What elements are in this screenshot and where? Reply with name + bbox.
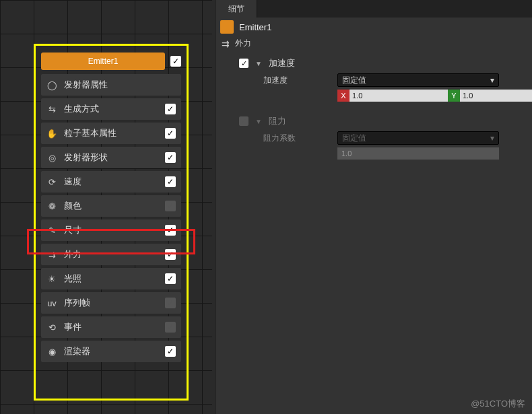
module-row[interactable]: ✎尺寸✓	[41, 219, 181, 241]
details-panel: 细节 Emitter1 ⇉ 外力 ✓ ▼ 加速度 加速度 固定值 ▾ X	[215, 0, 532, 414]
module-enable-checkbox[interactable]: ✓	[165, 104, 176, 114]
drag-enable-checkbox[interactable]: ✓	[239, 116, 248, 126]
emitter-header[interactable]: Emitter1 ✓	[41, 51, 181, 71]
module-label: 光照	[64, 273, 160, 285]
module-label: 渲染器	[64, 345, 160, 357]
chevron-down-icon: ▾	[490, 133, 494, 143]
module-label: 粒子基本属性	[64, 127, 160, 139]
acceleration-enable-checkbox[interactable]: ✓	[239, 59, 248, 68]
dropdown-value: 固定值	[342, 133, 366, 144]
breadcrumb: ⇉ 外力	[216, 36, 532, 50]
module-row[interactable]: ◯发射器属性	[41, 74, 181, 96]
module-row[interactable]: uv序列帧✓	[41, 292, 181, 314]
drag-section: ✓ ▼ 阻力 阻力系数 固定值 ▾	[216, 108, 532, 166]
acceleration-mode-dropdown[interactable]: 固定值 ▾	[337, 73, 499, 87]
module-icon: ⇉	[46, 249, 57, 260]
module-row[interactable]: ☀光照✓	[41, 268, 181, 289]
module-row[interactable]: ⇉外力✓	[41, 244, 181, 265]
module-enable-checkbox[interactable]: ✓	[165, 273, 176, 284]
module-icon: ◉	[46, 346, 57, 357]
drag-title: 阻力	[269, 115, 286, 127]
module-row[interactable]: ⇆生成方式✓	[41, 98, 181, 120]
forces-icon: ⇉	[222, 38, 230, 49]
acceleration-field-label: 加速度	[263, 75, 337, 86]
module-icon: ✋	[46, 128, 57, 139]
module-label: 发射器形状	[64, 151, 160, 164]
drag-mode-dropdown[interactable]: 固定值 ▾	[337, 131, 499, 145]
module-enable-checkbox[interactable]: ✓	[165, 128, 176, 139]
chevron-down-icon: ▾	[490, 75, 494, 85]
module-row[interactable]: ◉渲染器✓	[41, 341, 181, 362]
dropdown-value: 固定值	[342, 75, 366, 86]
module-enable-checkbox[interactable]: ✓	[165, 152, 176, 163]
module-label: 发射器属性	[64, 79, 176, 91]
module-enable-checkbox[interactable]: ✓	[165, 201, 176, 211]
breadcrumb-label: 外力	[235, 38, 251, 49]
module-enable-checkbox[interactable]: ✓	[165, 346, 176, 357]
acceleration-vector: X Y Z	[337, 90, 499, 102]
module-label: 事件	[64, 321, 160, 333]
emitter-enable-checkbox[interactable]: ✓	[170, 56, 181, 67]
acceleration-section: ✓ ▼ 加速度 加速度 固定值 ▾ X Y	[216, 50, 532, 108]
tab-details[interactable]: 细节	[216, 0, 257, 18]
object-name: Emitter1	[239, 22, 271, 32]
module-enable-checkbox[interactable]: ✓	[165, 225, 176, 236]
module-icon: ☀	[46, 273, 57, 284]
module-label: 生成方式	[64, 103, 160, 115]
module-label: 速度	[64, 176, 160, 188]
module-enable-checkbox[interactable]: ✓	[165, 176, 176, 187]
acceleration-y-input[interactable]	[460, 90, 532, 102]
emitter-title[interactable]: Emitter1	[41, 53, 165, 70]
module-icon: uv	[46, 298, 57, 308]
module-enable-checkbox[interactable]: ✓	[165, 322, 176, 333]
object-swatch-icon	[220, 20, 234, 34]
module-row[interactable]: ✋粒子基本属性✓	[41, 123, 181, 144]
module-icon: ✎	[46, 225, 57, 236]
module-icon: ◯	[46, 79, 57, 90]
module-label: 外力	[64, 248, 160, 261]
watermark: @51CTO博客	[471, 398, 525, 410]
module-label: 尺寸	[64, 224, 160, 236]
acceleration-title: 加速度	[269, 57, 295, 69]
drag-field-label: 阻力系数	[263, 133, 337, 144]
module-icon: ◎	[46, 152, 57, 163]
object-header[interactable]: Emitter1	[216, 18, 532, 36]
chevron-down-icon[interactable]: ▼	[255, 60, 262, 67]
module-icon: ⟳	[46, 176, 57, 187]
module-icon: ❁	[46, 201, 57, 211]
module-icon: ⟲	[46, 322, 57, 333]
tab-bar: 细节	[216, 0, 532, 18]
module-row[interactable]: ◎发射器形状✓	[41, 147, 181, 168]
module-row[interactable]: ❁颜色✓	[41, 195, 181, 217]
module-label: 序列帧	[64, 297, 160, 309]
chevron-down-icon[interactable]: ▼	[255, 118, 262, 125]
x-label-icon: X	[337, 90, 350, 102]
module-icon: ⇆	[46, 104, 57, 114]
module-enable-checkbox[interactable]: ✓	[165, 249, 176, 260]
module-row[interactable]: ⟳速度✓	[41, 171, 181, 193]
module-label: 颜色	[64, 200, 160, 212]
acceleration-x-input[interactable]	[350, 90, 448, 102]
module-row[interactable]: ⟲事件✓	[41, 316, 181, 338]
emitter-module-panel: Emitter1 ✓ ◯发射器属性⇆生成方式✓✋粒子基本属性✓◎发射器形状✓⟳速…	[34, 44, 189, 401]
drag-value-input[interactable]	[337, 147, 499, 160]
module-enable-checkbox[interactable]: ✓	[165, 298, 176, 308]
y-label-icon: Y	[448, 90, 460, 102]
